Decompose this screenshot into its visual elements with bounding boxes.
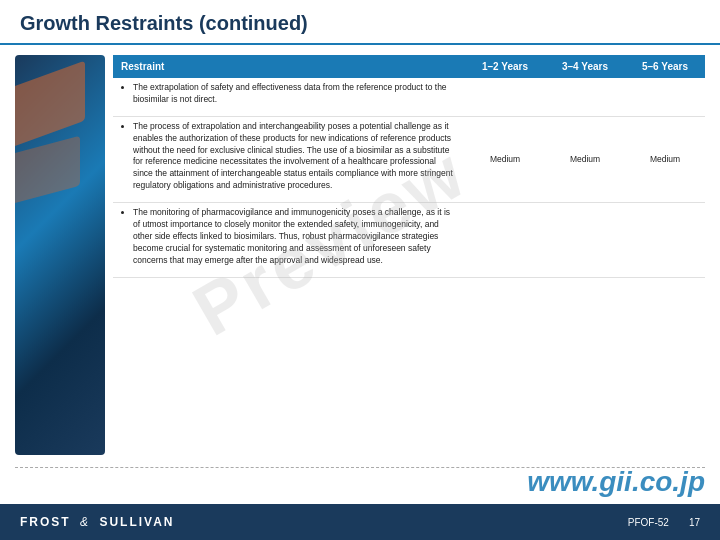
page-footer: FROST & SULLIVAN PFOF-52 17 — [0, 504, 720, 540]
row3-status1 — [465, 203, 545, 277]
footer-frost: FROST — [20, 515, 71, 529]
footer-brand: FROST & SULLIVAN — [20, 515, 174, 529]
page-header: Growth Restraints (continued) — [0, 0, 720, 45]
table-row: The extrapolation of safety and effectiv… — [113, 78, 705, 116]
footer-sullivan: SULLIVAN — [99, 515, 174, 529]
row1-status3 — [625, 78, 705, 116]
footer-ampersand: & — [80, 515, 90, 529]
row2-status2: Medium — [545, 116, 625, 202]
footer-right: PFOF-52 17 — [628, 517, 700, 528]
row1-status1 — [465, 78, 545, 116]
bullet-item: The extrapolation of safety and effectiv… — [133, 82, 457, 106]
bullet-item: The process of extrapolation and interch… — [133, 121, 457, 192]
row1-status2 — [545, 78, 625, 116]
row2-description: The process of extrapolation and interch… — [113, 116, 465, 202]
bullet-item: The monitoring of pharmacovigilance and … — [133, 207, 457, 266]
table-row: The process of extrapolation and interch… — [113, 116, 705, 202]
row3-status3 — [625, 203, 705, 277]
main-content: Restraint 1–2 Years 3–4 Years 5–6 Years … — [0, 45, 720, 465]
col-3-4-years-header: 3–4 Years — [545, 55, 625, 78]
row3-status2 — [545, 203, 625, 277]
right-panel: Restraint 1–2 Years 3–4 Years 5–6 Years … — [113, 55, 705, 455]
footer-code: PFOF-52 — [628, 517, 669, 528]
row3-description: The monitoring of pharmacovigilance and … — [113, 203, 465, 277]
col-5-6-years-header: 5–6 Years — [625, 55, 705, 78]
footer-page: 17 — [689, 517, 700, 528]
row2-status3: Medium — [625, 116, 705, 202]
left-decorative-panel — [15, 55, 105, 455]
row2-status1: Medium — [465, 116, 545, 202]
page-title: Growth Restraints (continued) — [20, 12, 700, 35]
restraint-table: Restraint 1–2 Years 3–4 Years 5–6 Years … — [113, 55, 705, 278]
row1-description: The extrapolation of safety and effectiv… — [113, 78, 465, 116]
gii-watermark: www.gii.co.jp — [527, 466, 705, 498]
table-row: The monitoring of pharmacovigilance and … — [113, 203, 705, 277]
col-1-2-years-header: 1–2 Years — [465, 55, 545, 78]
col-restraint-header: Restraint — [113, 55, 465, 78]
